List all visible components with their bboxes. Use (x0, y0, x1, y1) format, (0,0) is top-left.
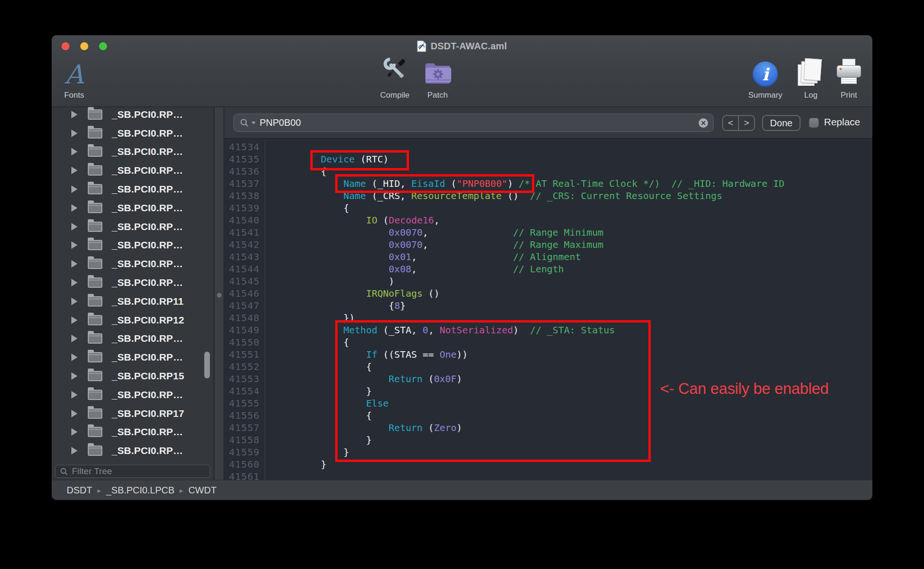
tree-item[interactable]: _SB.PCI0.RP12 (52, 311, 214, 330)
disclosure-triangle-icon[interactable] (71, 148, 77, 155)
disclosure-triangle-icon[interactable] (71, 410, 77, 417)
maciasl-window: DSDT-AWAC.aml A Fonts (52, 35, 872, 500)
splitter-handle-icon[interactable] (217, 293, 222, 298)
disclosure-triangle-icon[interactable] (71, 447, 77, 454)
search-value: PNP0B00 (260, 117, 301, 128)
done-button[interactable]: Done (762, 115, 801, 131)
tree-item[interactable]: _SB.PCI0.RP… (52, 180, 214, 199)
tree-item[interactable]: _SB.PCI0.RP… (52, 423, 214, 442)
title-area: DSDT-AWAC.aml (52, 39, 872, 53)
code-text: } (265, 458, 326, 470)
replace-checkbox[interactable] (809, 118, 819, 128)
tree-item[interactable]: _SB.PCI0.RP… (52, 124, 214, 143)
breadcrumb-item[interactable]: DSDT (67, 485, 92, 496)
line-number: 41549 (224, 324, 265, 336)
tree-sidebar: _SB.PCI0.RP…_SB.PCI0.RP…_SB.PCI0.RP…_SB.… (52, 107, 214, 480)
toolbar-print-button[interactable]: Print (818, 56, 872, 100)
disclosure-triangle-icon[interactable] (71, 130, 77, 137)
clear-search-button[interactable]: ✕ (699, 118, 708, 128)
tree-item[interactable]: _SB.PCI0.RP… (52, 107, 214, 124)
disclosure-triangle-icon[interactable] (71, 316, 77, 324)
line-number: 41542 (224, 238, 265, 251)
toolbar-patch-button[interactable]: Patch (407, 56, 468, 100)
code-line: 41539 { (224, 202, 872, 214)
line-number: 41543 (224, 251, 265, 263)
tree-item[interactable]: _SB.PCI0.RP… (52, 330, 214, 348)
tree-item-label: _SB.PCI0.RP… (112, 221, 183, 232)
screen: DSDT-AWAC.aml A Fonts (0, 0, 924, 569)
code-text: { (265, 202, 349, 214)
info-circle-icon: i (753, 62, 778, 87)
toolbar-print-label: Print (818, 91, 872, 100)
disclosure-triangle-icon[interactable] (71, 167, 77, 174)
toolbar-fonts-button[interactable]: A Fonts (52, 56, 105, 100)
tree-item[interactable]: _SB.PCI0.RP17 (52, 404, 214, 423)
code-line: 41540 IO (Decode16, (224, 214, 872, 226)
line-number: 41552 (224, 361, 265, 373)
disclosure-triangle-icon[interactable] (71, 391, 77, 399)
line-number: 41548 (224, 312, 265, 324)
disclosure-triangle-icon[interactable] (71, 204, 77, 212)
toolbar-fonts-label: Fonts (52, 91, 105, 100)
folder-icon (88, 222, 102, 232)
disclosure-triangle-icon[interactable] (71, 372, 77, 380)
folder-gear-icon (424, 62, 451, 87)
tree-item[interactable]: _SB.PCI0.RP15 (52, 367, 214, 385)
tree-item[interactable]: _SB.PCI0.RP… (52, 441, 214, 460)
tree-item-label: _SB.PCI0.RP… (112, 389, 183, 400)
breadcrumb-separator-icon: ▸ (180, 486, 184, 495)
disclosure-triangle-icon[interactable] (71, 111, 77, 118)
annotation-text: <- Can easily be enabled (660, 380, 829, 398)
breadcrumb-item[interactable]: _SB.PCI0.LPCB (106, 485, 175, 496)
tree-item[interactable]: _SB.PCI0.RP… (52, 217, 214, 236)
printer-icon (836, 59, 862, 87)
disclosure-triangle-icon[interactable] (71, 354, 77, 361)
highlight-box-sta-method (335, 320, 651, 462)
disclosure-triangle-icon[interactable] (71, 260, 77, 268)
line-number: 41550 (224, 336, 265, 348)
pane-splitter[interactable] (215, 107, 224, 480)
tree-item[interactable]: _SB.PCI0.RP… (52, 143, 214, 161)
disclosure-triangle-icon[interactable] (71, 279, 77, 286)
code-text: ) (265, 275, 394, 287)
line-number: 41556 (224, 409, 265, 422)
filter-tree-input[interactable]: Filter Tree (55, 465, 210, 478)
sidebar-scrollbar-thumb[interactable] (204, 352, 210, 378)
disclosure-triangle-icon[interactable] (71, 335, 77, 342)
crossed-tools-icon (381, 56, 408, 87)
tree-item[interactable]: _SB.PCI0.RP… (52, 273, 214, 292)
folder-icon (88, 203, 102, 213)
folder-icon (88, 446, 102, 456)
line-number: 41557 (224, 422, 265, 434)
folder-icon (88, 165, 102, 176)
find-next-button[interactable]: > (739, 116, 754, 130)
find-prev-next-control: < > (722, 115, 755, 131)
code-editor[interactable]: 4153441535 Device (RTC)41536 {41537 Name… (224, 138, 872, 480)
folder-icon (88, 240, 102, 250)
tree-item-label: _SB.PCI0.RP… (112, 109, 183, 120)
find-previous-button[interactable]: < (723, 116, 739, 130)
tree-item[interactable]: _SB.PCI0.RP… (52, 348, 214, 367)
tree-item[interactable]: _SB.PCI0.RP… (52, 385, 214, 404)
search-input[interactable]: PNP0B00 ✕ (233, 114, 714, 132)
line-number: 41541 (224, 226, 265, 238)
breadcrumb-item[interactable]: CWDT (188, 485, 216, 496)
disclosure-triangle-icon[interactable] (71, 223, 77, 231)
disclosure-triangle-icon[interactable] (71, 428, 77, 436)
tree-item[interactable]: _SB.PCI0.RP11 (52, 292, 214, 311)
tree-item[interactable]: _SB.PCI0.RP… (52, 161, 214, 180)
folder-icon (88, 427, 102, 437)
code-line: 41546 IRQNoFlags () (224, 287, 872, 300)
disclosure-triangle-icon[interactable] (71, 298, 77, 305)
tree-item-label: _SB.PCI0.RP… (112, 184, 183, 195)
serif-a-icon: A (65, 62, 84, 87)
disclosure-triangle-icon[interactable] (71, 241, 77, 249)
breadcrumb-separator-icon: ▸ (97, 486, 101, 495)
code-line: 41544 0x08, // Length (224, 263, 872, 275)
disclosure-triangle-icon[interactable] (71, 185, 77, 193)
folder-icon (88, 352, 102, 362)
tree-item[interactable]: _SB.PCI0.RP… (52, 236, 214, 255)
search-menu-chevron-icon[interactable] (252, 122, 255, 124)
tree-item[interactable]: _SB.PCI0.RP… (52, 199, 214, 217)
tree-item[interactable]: _SB.PCI0.RP… (52, 254, 214, 273)
